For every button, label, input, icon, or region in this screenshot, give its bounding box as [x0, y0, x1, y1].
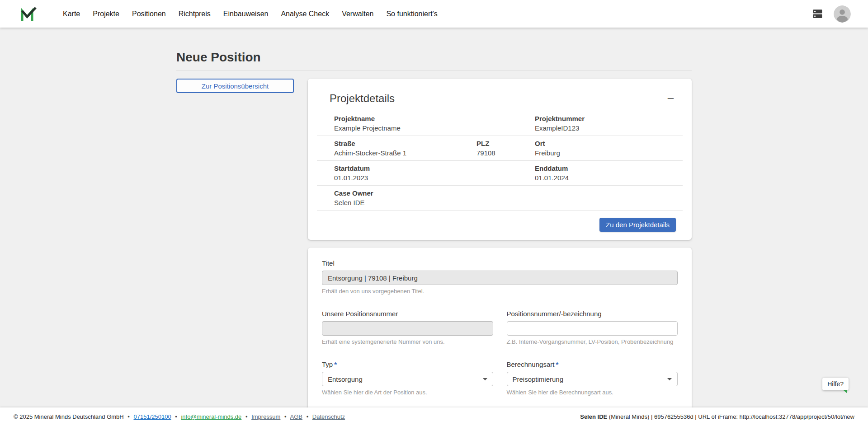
field-label: Case Owner [334, 188, 683, 198]
typ-select[interactable]: Entsorgung [322, 372, 493, 386]
separator: • [307, 413, 309, 420]
session-user: Selen IDE [580, 413, 607, 420]
field-value: Freiburg [535, 148, 683, 158]
copyright-text: © 2025 Mineral Minds Deutschland GmbH [14, 413, 124, 420]
field-projektnummer: Projektnummer ExampleID123 [535, 114, 683, 133]
typ-select-value: Entsorgung [328, 375, 363, 383]
titel-input [322, 271, 678, 285]
typ-label-text: Typ [322, 360, 333, 368]
required-marker: * [556, 360, 558, 368]
positionsnummer-hint: Z.B. Interne-Vorgangsnummer, LV-Position… [507, 338, 678, 345]
impressum-link[interactable]: Impressum [251, 413, 280, 420]
main-content: Neue Position Zur Positionsübersicht Pro… [0, 28, 868, 407]
field-value: 01.01.2024 [535, 173, 683, 183]
caret-down-icon [667, 378, 672, 380]
logo-m-icon [20, 7, 38, 21]
field-label: Startdatum [334, 164, 476, 173]
titel-label: Titel [322, 259, 678, 267]
field-value: 79108 [476, 148, 535, 158]
server-rack-icon[interactable] [811, 8, 824, 19]
field-label: PLZ [476, 139, 535, 148]
field-value: Example Projectname [334, 123, 535, 133]
table-row: Projektname Example Projectname Projektn… [317, 111, 683, 136]
field-label: Straße [334, 139, 476, 148]
field-plz: PLZ 79108 [476, 139, 535, 158]
berechnungsart-label-text: Berechnungsart [507, 360, 555, 368]
footer-left: © 2025 Mineral Minds Deutschland GmbH • … [14, 413, 345, 420]
typ-label: Typ* [322, 360, 493, 368]
unsere-positionsnummer-field: Unsere Positionsnummer Erhält eine syste… [322, 310, 493, 345]
field-label: Projektname [334, 114, 535, 123]
field-case-owner: Case Owner Selen IDE [334, 188, 683, 207]
berechnungsart-hint: Wählen Sie hier die Berechnungsart aus. [507, 389, 678, 396]
nav-item-karte[interactable]: Karte [57, 10, 86, 18]
separator: • [127, 413, 130, 420]
field-strasse: Straße Achim-Stocker-Straße 1 [334, 139, 476, 158]
field-value: 01.01.2023 [334, 173, 476, 183]
titel-field: Titel Erhält den von uns vorgegebenen Ti… [322, 259, 678, 295]
unsere-positionsnummer-input [322, 321, 493, 336]
field-startdatum: Startdatum 01.01.2023 [334, 164, 476, 183]
berechnungsart-field: Berechnungsart* Preisoptimierung Wählen … [507, 360, 678, 396]
positionsnummer-label: Positionsnummer/-bezeichnung [507, 310, 678, 318]
field-value: ExampleID123 [535, 123, 683, 133]
berechnungsart-select-value: Preisoptimierung [513, 375, 564, 383]
mineral-minds-logo[interactable] [20, 7, 38, 21]
positionsnummer-input[interactable] [507, 321, 678, 336]
field-projektname: Projektname Example Projectname [334, 114, 535, 133]
typ-field: Typ* Entsorgung Wählen Sie hier die Art … [322, 360, 493, 396]
berechnungsart-select[interactable]: Preisoptimierung [507, 372, 678, 386]
caret-down-icon [483, 378, 487, 380]
main-nav: Karte Projekte Positionen Richtpreis Ein… [57, 10, 444, 18]
required-marker: * [334, 360, 337, 368]
positionsnummer-field: Positionsnummer/-bezeichnung Z.B. Intern… [507, 310, 678, 345]
nav-item-analyse-check[interactable]: Analyse Check [274, 10, 335, 18]
email-link[interactable]: info@mineral-minds.de [181, 413, 241, 420]
nav-item-projekte[interactable]: Projekte [86, 10, 126, 18]
field-value: Achim-Stocker-Straße 1 [334, 148, 476, 158]
footer-session-info: Selen IDE (Mineral Minds) | 69576255536d… [580, 413, 854, 420]
field-value: Selen IDE [334, 198, 683, 207]
collapse-minus-icon[interactable]: – [666, 92, 675, 103]
separator: • [175, 413, 177, 420]
left-column: Zur Positionsübersicht [176, 79, 294, 93]
position-overview-button[interactable]: Zur Positionsübersicht [176, 79, 294, 93]
project-details-button[interactable]: Zu den Projektdetails [599, 218, 676, 232]
titel-hint: Erhält den von uns vorgegebenen Titel. [322, 288, 678, 295]
agb-link[interactable]: AGB [290, 413, 302, 420]
phone-link[interactable]: 07151/250100 [134, 413, 171, 420]
session-details: (Mineral Minds) | 69576255536d | URL of … [607, 413, 854, 420]
berechnungsart-label: Berechnungsart* [507, 360, 678, 368]
nav-item-einbauweisen[interactable]: Einbauweisen [217, 10, 275, 18]
navbar-right [811, 5, 851, 23]
field-enddatum: Enddatum 01.01.2024 [535, 164, 683, 183]
top-navbar: Karte Projekte Positionen Richtpreis Ein… [0, 0, 868, 28]
new-position-form-card: Titel Erhält den von uns vorgegebenen Ti… [308, 248, 692, 407]
user-avatar-icon[interactable] [834, 5, 851, 23]
project-details-title: Projektdetails [330, 92, 395, 105]
right-column: Projektdetails – Projektname Example Pro… [308, 79, 692, 407]
project-details-table: Projektname Example Projectname Projektn… [317, 111, 683, 211]
field-label: Enddatum [535, 164, 683, 173]
heading-divider [176, 70, 692, 70]
nav-item-richtpreis[interactable]: Richtpreis [172, 10, 217, 18]
field-label: Ort [535, 139, 683, 148]
table-row: Case Owner Selen IDE [317, 185, 683, 211]
field-ort: Ort Freiburg [535, 139, 683, 158]
table-row: Straße Achim-Stocker-Straße 1 PLZ 79108 … [317, 136, 683, 160]
table-row: Startdatum 01.01.2023 Enddatum 01.01.202… [317, 160, 683, 185]
nav-item-positionen[interactable]: Positionen [126, 10, 172, 18]
footer: © 2025 Mineral Minds Deutschland GmbH • … [0, 407, 868, 426]
nav-item-so-funktionierts[interactable]: So funktioniert's [380, 10, 443, 18]
separator: • [245, 413, 248, 420]
help-button[interactable]: Hilfe? [822, 378, 849, 390]
nav-item-verwalten[interactable]: Verwalten [335, 10, 380, 18]
unsere-positionsnummer-label: Unsere Positionsnummer [322, 310, 493, 318]
project-details-card: Projektdetails – Projektname Example Pro… [308, 79, 692, 240]
unsere-positionsnummer-hint: Erhält eine systemgenerierte Nummer von … [322, 338, 493, 345]
separator: • [284, 413, 287, 420]
page-title: Neue Position [176, 50, 692, 65]
field-label: Projektnummer [535, 114, 683, 123]
datenschutz-link[interactable]: Datenschutz [312, 413, 345, 420]
typ-hint: Wählen Sie hier die Art der Position aus… [322, 389, 493, 396]
